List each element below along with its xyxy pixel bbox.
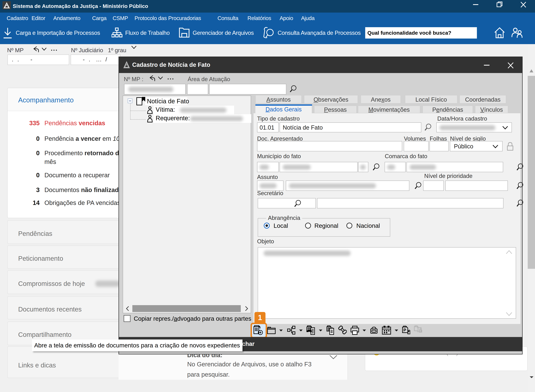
svg-text:P: P <box>403 328 406 332</box>
